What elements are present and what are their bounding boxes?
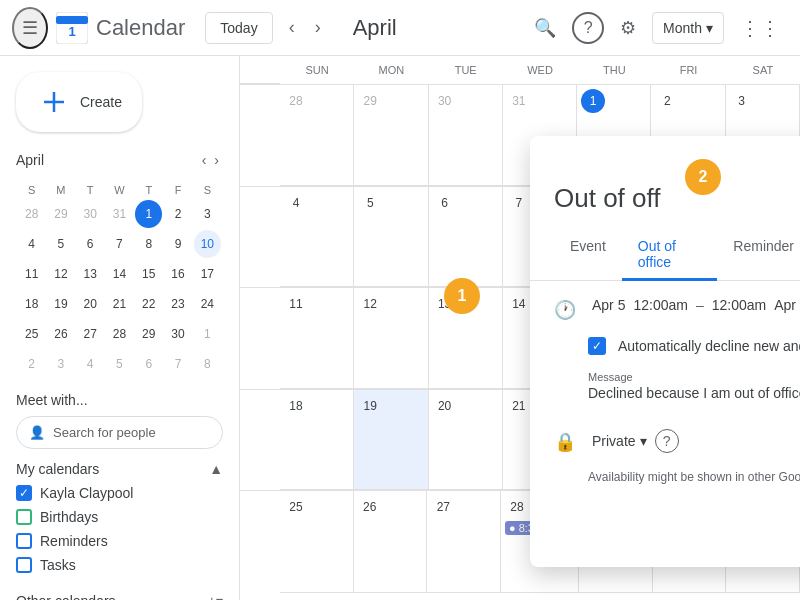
mini-cal-day[interactable]: 17 [194, 260, 221, 288]
privacy-button[interactable]: Private ▾ [592, 433, 647, 449]
mini-cal-day[interactable]: 6 [77, 230, 104, 258]
cal-cell-mar29[interactable]: 29 [354, 85, 428, 186]
my-calendars-toggle[interactable]: ▲ [209, 461, 223, 477]
mini-cal-day[interactable]: 3 [194, 200, 221, 228]
calendar-item-kayla[interactable]: ✓ Kayla Claypool [16, 481, 223, 505]
next-month-button[interactable]: › [307, 9, 329, 46]
day-num: 12 [358, 292, 382, 316]
dialog-header: × [530, 136, 800, 175]
view-selector[interactable]: Month ▾ [652, 12, 724, 44]
calendar-checkbox-birthdays [16, 509, 32, 525]
mini-cal-day[interactable]: 5 [106, 350, 133, 378]
calendar-item-tasks[interactable]: Tasks [16, 553, 223, 577]
help-button[interactable]: ? [572, 12, 604, 44]
cal-cell-apr18[interactable]: 18 [280, 390, 354, 491]
search-button[interactable]: 🔍 [526, 9, 564, 47]
mini-cal-day[interactable]: 19 [47, 290, 74, 318]
time-to: 12:00am [712, 297, 766, 313]
search-people-input[interactable]: 👤 Search for people [16, 416, 223, 449]
cal-cell-apr4[interactable]: 4 [280, 187, 354, 288]
mini-cal-day[interactable]: 30 [164, 320, 191, 348]
availability-text: Availability might be shown in other Goo… [588, 470, 800, 484]
mini-cal-day[interactable]: 5 [47, 230, 74, 258]
mini-cal-day[interactable]: 4 [18, 230, 45, 258]
tab-event[interactable]: Event [554, 230, 622, 281]
view-label: Month [663, 20, 702, 36]
calendar-item-reminders[interactable]: Reminders [16, 529, 223, 553]
cal-cell-apr6[interactable]: 6 [429, 187, 503, 288]
mini-cal-day[interactable]: 21 [106, 290, 133, 318]
cal-cell-apr19[interactable]: 19 [354, 390, 428, 491]
prev-month-button[interactable]: ‹ [281, 9, 303, 46]
cal-cell-apr26[interactable]: 26 [354, 491, 428, 593]
mini-cal-day[interactable]: 29 [135, 320, 162, 348]
other-calendars-add[interactable]: + [208, 593, 216, 600]
mini-cal-day[interactable]: 6 [135, 350, 162, 378]
settings-button[interactable]: ⚙ [612, 9, 644, 47]
mini-cal-day[interactable]: 7 [106, 230, 133, 258]
time-dash: – [696, 297, 704, 313]
mini-cal-day[interactable]: 29 [47, 200, 74, 228]
create-button[interactable]: Create [16, 72, 142, 132]
cal-cell-apr11[interactable]: 11 [280, 288, 354, 389]
create-label: Create [80, 94, 122, 110]
mini-cal-day[interactable]: 10 [194, 230, 221, 258]
mini-cal-day[interactable]: 15 [135, 260, 162, 288]
cal-cell-apr12[interactable]: 12 [354, 288, 428, 389]
cal-cell-mar30[interactable]: 30 [429, 85, 503, 186]
mini-cal-day[interactable]: 28 [106, 320, 133, 348]
cal-cell-apr25[interactable]: 25 [280, 491, 354, 593]
message-label: Message [588, 371, 800, 383]
mini-cal-day[interactable]: 20 [77, 290, 104, 318]
mini-cal-day[interactable]: 2 [18, 350, 45, 378]
mini-cal-day[interactable]: 25 [18, 320, 45, 348]
mini-cal-day[interactable]: 7 [164, 350, 191, 378]
mini-cal-day[interactable]: 3 [47, 350, 74, 378]
day-header-mon: MON [354, 56, 428, 84]
calendar-item-birthdays[interactable]: Birthdays [16, 505, 223, 529]
mini-cal-day[interactable]: 14 [106, 260, 133, 288]
mini-cal-day[interactable]: 8 [194, 350, 221, 378]
cal-cell-apr20[interactable]: 20 [429, 390, 503, 491]
mini-cal-day[interactable]: 12 [47, 260, 74, 288]
mini-cal-day[interactable]: 2 [164, 200, 191, 228]
badge-1: 1 [444, 278, 480, 314]
mini-cal-day[interactable]: 30 [77, 200, 104, 228]
today-button[interactable]: Today [205, 12, 272, 44]
dialog-footer: Save [530, 509, 800, 567]
auto-decline-checkbox[interactable]: ✓ [588, 337, 606, 355]
privacy-help-button[interactable]: ? [655, 429, 679, 453]
mini-cal-day[interactable]: 11 [18, 260, 45, 288]
mini-cal-day[interactable]: 22 [135, 290, 162, 318]
mini-cal-day[interactable]: 9 [164, 230, 191, 258]
day-num: 7 [507, 191, 531, 215]
mini-cal-prev[interactable]: ‹ [198, 148, 211, 172]
mini-cal-next[interactable]: › [210, 148, 223, 172]
mini-cal-day[interactable]: 1 [135, 200, 162, 228]
tab-out-of-office[interactable]: Out of office [622, 230, 718, 281]
cal-cell-mar28[interactable]: 28 [280, 85, 354, 186]
mini-cal-day[interactable]: 27 [77, 320, 104, 348]
mini-cal-day[interactable]: 26 [47, 320, 74, 348]
mini-cal-day[interactable]: 28 [18, 200, 45, 228]
menu-icon[interactable]: ☰ [12, 7, 48, 49]
mini-cal-day[interactable]: 1 [194, 320, 221, 348]
mini-cal-day[interactable]: 31 [106, 200, 133, 228]
mini-cal-day[interactable]: 13 [77, 260, 104, 288]
mini-cal-day-header: F [164, 182, 191, 198]
apps-icon[interactable]: ⋮⋮ [732, 8, 788, 48]
mini-cal-day[interactable]: 23 [164, 290, 191, 318]
mini-cal-day-header: T [135, 182, 162, 198]
meet-section: Meet with... 👤 Search for people [0, 380, 239, 453]
calendar-name-tasks: Tasks [40, 557, 76, 573]
mini-cal-day[interactable]: 8 [135, 230, 162, 258]
mini-cal-day[interactable]: 24 [194, 290, 221, 318]
mini-cal-day[interactable]: 16 [164, 260, 191, 288]
mini-cal-day[interactable]: 18 [18, 290, 45, 318]
tab-reminder[interactable]: Reminder [717, 230, 800, 281]
other-calendars-toggle[interactable]: ▾ [216, 593, 223, 600]
day-header-fri: FRI [651, 56, 725, 84]
mini-cal-day[interactable]: 4 [77, 350, 104, 378]
cal-cell-apr5[interactable]: 5 [354, 187, 428, 288]
cal-cell-apr27[interactable]: 27 [427, 491, 501, 593]
